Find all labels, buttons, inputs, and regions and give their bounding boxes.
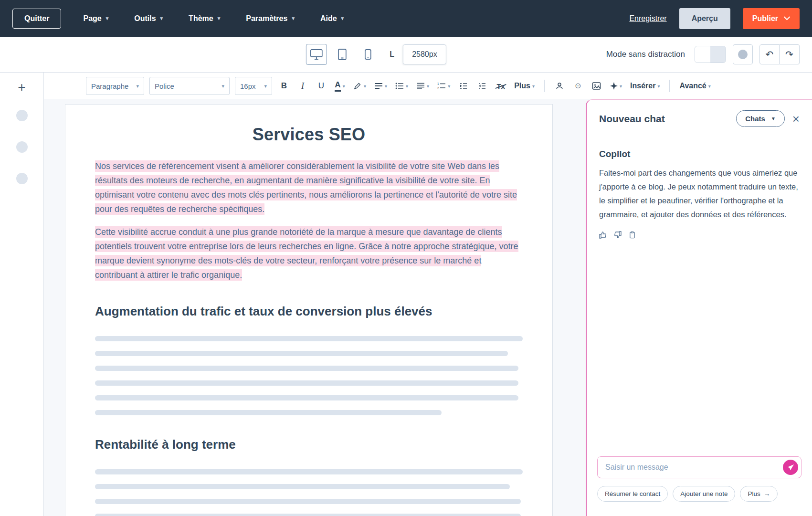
distraction-mode-toggle[interactable] <box>695 46 726 63</box>
thumbs-up-button[interactable] <box>599 231 607 240</box>
copy-message-button[interactable] <box>629 231 636 240</box>
preview-button[interactable]: Aperçu <box>679 8 730 29</box>
line-spacing-button[interactable]: ▾ <box>415 77 431 95</box>
doc-paragraph[interactable]: Nos services de référencement visent à a… <box>95 159 523 216</box>
circle-indicator-button[interactable] <box>733 44 753 64</box>
numbered-list-button[interactable]: 12 ▾ <box>436 77 452 95</box>
toolbar-divider <box>544 80 545 92</box>
chevron-down-icon: ▾ <box>341 15 344 21</box>
subbar-right-controls: Mode sans distraction ↶ ↷ <box>606 44 800 64</box>
summarize-contact-button[interactable]: Résumer le contact <box>597 486 668 502</box>
font-color-button[interactable]: A ▾ <box>333 77 347 95</box>
indent-icon <box>460 83 467 89</box>
thumbs-down-button[interactable] <box>614 231 622 240</box>
italic-button[interactable]: I <box>296 77 309 95</box>
send-message-button[interactable] <box>783 460 798 475</box>
chevron-down-icon: ▾ <box>221 83 224 89</box>
tablet-icon <box>337 49 346 60</box>
chevron-down-icon: ▾ <box>657 84 660 89</box>
thumbs-down-icon <box>614 231 622 239</box>
chevron-down-icon: ▾ <box>448 84 450 89</box>
save-link[interactable]: Enregistrer <box>629 14 666 23</box>
ai-assistant-button[interactable]: ▾ <box>609 77 623 95</box>
bullet-list-button[interactable]: ▾ <box>394 77 410 95</box>
chat-body: Copilot Faites-moi part des changements … <box>587 127 812 240</box>
tablet-view-button[interactable] <box>331 44 352 65</box>
doc-paragraph[interactable]: Cette visibilité accrue conduit à une pl… <box>95 225 523 282</box>
indent-button[interactable] <box>457 77 470 95</box>
chevron-down-icon: ▾ <box>292 15 295 21</box>
alignment-button[interactable]: ▾ <box>373 77 389 95</box>
numbered-list-icon: 12 <box>437 83 446 89</box>
more-formatting-menu[interactable]: Plus ▾ <box>513 77 536 95</box>
more-actions-label: Plus <box>748 490 760 497</box>
personalize-button[interactable] <box>553 77 566 95</box>
bullet-list-icon <box>395 83 404 89</box>
font-size-value: 16px <box>240 82 256 90</box>
menu-theme[interactable]: Thème ▾ <box>189 14 220 23</box>
chevron-down-icon: ▾ <box>406 84 408 89</box>
top-navigation-bar: Quitter Page ▾ Outils ▾ Thème ▾ Paramètr… <box>0 0 812 37</box>
chats-dropdown-button[interactable]: Chats ▼ <box>736 110 785 127</box>
insert-image-button[interactable] <box>590 77 603 95</box>
more-actions-button[interactable]: Plus → <box>740 486 778 502</box>
page-title[interactable]: Services SEO <box>95 125 523 145</box>
section-heading[interactable]: Rentabilité à long terme <box>95 437 523 452</box>
device-preview-group: L 2580px <box>306 44 446 65</box>
close-chat-button[interactable]: × <box>791 113 801 125</box>
page-canvas[interactable]: Services SEO Nos services de référenceme… <box>65 104 553 516</box>
message-feedback-row <box>599 231 800 240</box>
viewport-width-input[interactable]: 2580px <box>403 44 446 64</box>
publish-button[interactable]: Publier <box>743 8 800 29</box>
triangle-down-icon: ▼ <box>771 116 776 121</box>
menu-outils[interactable]: Outils ▾ <box>134 14 163 23</box>
add-note-button[interactable]: Ajouter une note <box>673 486 735 502</box>
ai-sparkle-icon <box>610 82 618 90</box>
module-item[interactable] <box>16 110 28 121</box>
chat-spacer <box>587 240 812 457</box>
text-placeholder-bar <box>95 469 523 474</box>
underline-button[interactable]: U <box>315 77 328 95</box>
bold-button[interactable]: B <box>277 77 291 95</box>
undo-button[interactable]: ↶ <box>759 44 780 64</box>
highlight-color-button[interactable]: ▾ <box>352 77 368 95</box>
quick-actions-row: Résumer le contact Ajouter une note Plus… <box>597 486 801 502</box>
quit-button[interactable]: Quitter <box>12 9 61 29</box>
block-style-value: Paragraphe <box>91 82 128 90</box>
chat-message-input[interactable] <box>597 456 801 478</box>
text-placeholder-block <box>95 336 523 415</box>
menu-aide[interactable]: Aide ▾ <box>320 14 344 23</box>
font-size-select[interactable]: 16px ▾ <box>235 77 272 95</box>
copilot-chat-panel: Nouveau chat Chats ▼ × Copilot Faites-mo… <box>586 99 812 516</box>
add-module-button[interactable]: + <box>15 80 28 95</box>
block-style-select[interactable]: Paragraphe ▾ <box>86 77 144 95</box>
clear-formatting-button[interactable]: Tx <box>494 77 507 95</box>
text-placeholder-bar <box>95 410 442 415</box>
redo-icon: ↷ <box>785 49 793 60</box>
chevron-down-icon: ▾ <box>343 84 345 89</box>
font-family-select[interactable]: Police ▾ <box>149 77 230 95</box>
svg-text:1: 1 <box>437 83 439 85</box>
redo-button[interactable]: ↷ <box>780 44 800 64</box>
module-item[interactable] <box>16 141 28 153</box>
menu-parametres[interactable]: Paramètres ▾ <box>246 14 295 23</box>
text-placeholder-bar <box>95 499 521 504</box>
advanced-menu[interactable]: Avancé ▾ <box>678 77 712 95</box>
outdent-button[interactable] <box>475 77 489 95</box>
desktop-view-button[interactable] <box>306 44 327 65</box>
personalize-icon <box>556 82 563 90</box>
text-placeholder-bar <box>95 351 508 356</box>
text-placeholder-bar <box>95 380 518 386</box>
canvas-area: Services SEO Nos services de référenceme… <box>44 99 586 516</box>
menu-parametres-label: Paramètres <box>246 14 287 23</box>
insert-menu[interactable]: Insérer ▾ <box>629 77 661 95</box>
outdent-icon <box>478 83 486 89</box>
section-heading[interactable]: Augmentation du trafic et taux de conver… <box>95 304 523 319</box>
emoji-button[interactable]: ☺ <box>571 77 585 95</box>
module-item[interactable] <box>16 173 28 184</box>
mobile-view-button[interactable] <box>357 44 378 65</box>
chevron-down-icon: ▾ <box>136 83 139 89</box>
text-placeholder-bar <box>95 484 510 489</box>
arrow-right-icon: → <box>764 490 770 497</box>
menu-page[interactable]: Page ▾ <box>83 14 108 23</box>
